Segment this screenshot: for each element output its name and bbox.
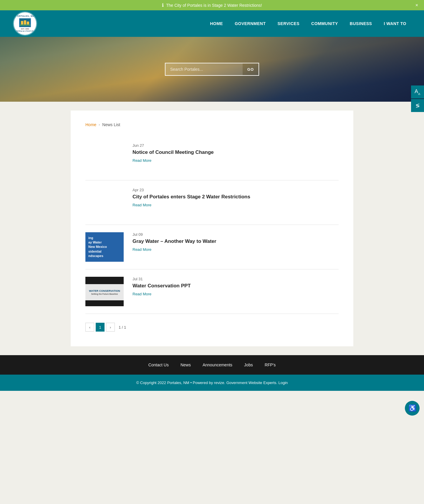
svg-rect-4 (20, 24, 30, 26)
news-title-1: Notice of Council Meeting Change (132, 149, 339, 155)
watercons-mid: WATER CONSERVATION Setting the Future Ba… (85, 284, 124, 300)
watercons-bottom (85, 300, 124, 306)
news-read-more-3[interactable]: Read More (132, 247, 151, 252)
footer-link-news[interactable]: News (180, 363, 191, 367)
translate-tool[interactable]: Aあ (411, 85, 424, 98)
news-title-3: Gray Water – Another Way to Water (132, 238, 339, 244)
logo[interactable]: PORTALES, NM EST. 1962 Setting up a Good… (12, 10, 38, 37)
watercons-subtitle: Setting the Future Baseline (91, 293, 118, 295)
hero-banner: GO (0, 37, 424, 102)
news-thumbnail-3: ing ay Water New Mexico sidential ndscap… (85, 232, 124, 262)
news-date-4: Jul 31 (132, 277, 339, 281)
breadcrumb-current: News List (102, 122, 120, 127)
breadcrumb-home[interactable]: Home (85, 122, 96, 127)
news-content-4: Jul 31 Water Conservation PPT Read More (132, 277, 339, 297)
main-nav: HOME GOVERNMENT SERVICES COMMUNITY BUSIN… (204, 10, 412, 37)
footer-link-announcements[interactable]: Announcements (203, 363, 232, 367)
share-icon: ≶ (415, 102, 420, 109)
graywater-image: ing ay Water New Mexico sidential ndscap… (85, 232, 124, 262)
nav-i-want-to[interactable]: I WANT TO (378, 10, 412, 37)
graywater-line1: ing (88, 236, 93, 240)
logo-circle: PORTALES, NM EST. 1962 Setting up a Good… (13, 11, 37, 36)
svg-rect-3 (27, 22, 29, 24)
water-conservation-image: WATER CONSERVATION Setting the Future Ba… (85, 277, 124, 306)
nav-government[interactable]: GOVERNMENT (229, 10, 271, 37)
nav-community[interactable]: COMMUNITY (305, 10, 344, 37)
search-input[interactable] (165, 63, 243, 75)
footer-powered-by: Powered by revize. Government Website Ex… (193, 381, 277, 385)
nav-business[interactable]: BUSINESS (344, 10, 378, 37)
main-content: Home › News List Jun 27 Notice of Counci… (71, 111, 353, 346)
svg-rect-1 (21, 21, 23, 24)
pagination: ‹ 1 › 1 / 1 (85, 323, 339, 332)
alert-close[interactable]: × (415, 3, 418, 8)
footer-nav: Contact Us News Announcements Jobs RFP's (0, 355, 424, 375)
footer-copyright: © Copyright 2022 Portales, NM (136, 381, 189, 385)
news-content-1: Jun 27 Notice of Council Meeting Change … (132, 143, 339, 163)
svg-rect-2 (24, 20, 26, 24)
footer-separator: • (190, 381, 193, 385)
breadcrumb: Home › News List (85, 122, 339, 127)
news-thumbnail-1 (85, 143, 124, 173)
side-tools: Aあ ≶ (411, 85, 424, 113)
pagination-info: 1 / 1 (119, 325, 126, 330)
pagination-next[interactable]: › (106, 323, 115, 332)
footer-login[interactable]: Login (279, 381, 288, 385)
watercons-title: WATER CONSERVATION (89, 289, 120, 292)
graywater-line4: sidential (88, 249, 102, 254)
watercons-top (85, 277, 124, 284)
footer-link-rfps[interactable]: RFP's (265, 363, 276, 367)
share-tool[interactable]: ≶ (411, 99, 424, 112)
footer-link-contact[interactable]: Contact Us (148, 363, 169, 367)
news-item: WATER CONSERVATION Setting the Future Ba… (85, 269, 339, 314)
news-thumbnail-2 (85, 188, 124, 217)
alert-icon: ℹ (162, 2, 164, 8)
alert-message: The City of Portales is in Stage 2 Water… (166, 3, 262, 8)
news-thumbnail-4: WATER CONSERVATION Setting the Future Ba… (85, 277, 124, 306)
news-title-4: Water Conservation PPT (132, 283, 339, 289)
footer-bottom: © Copyright 2022 Portales, NM • Powered … (0, 375, 424, 391)
news-content-2: Apr 23 City of Portales enters Stage 2 W… (132, 188, 339, 207)
news-read-more-2[interactable]: Read More (132, 203, 151, 207)
header: PORTALES, NM EST. 1962 Setting up a Good… (0, 10, 424, 37)
news-date-1: Jun 27 (132, 143, 339, 148)
pagination-prev[interactable]: ‹ (85, 323, 94, 332)
news-title-2: City of Portales enters Stage 2 Water Re… (132, 194, 339, 200)
search-button[interactable]: GO (243, 63, 259, 75)
pagination-page-1[interactable]: 1 (96, 323, 105, 332)
news-read-more-4[interactable]: Read More (132, 292, 151, 296)
news-date-3: Jul 09 (132, 232, 339, 237)
footer-link-jobs[interactable]: Jobs (244, 363, 253, 367)
news-read-more-1[interactable]: Read More (132, 158, 151, 163)
news-content-3: Jul 09 Gray Water – Another Way to Water… (132, 232, 339, 252)
translate-icon: Aあ (415, 88, 420, 95)
logo-text: PORTALES, NM EST. 1962 Setting up a Good… (16, 15, 34, 32)
nav-services[interactable]: SERVICES (271, 10, 305, 37)
alert-bar: ℹ The City of Portales is in Stage 2 Wat… (0, 0, 424, 10)
graywater-line2: ay Water (88, 240, 102, 245)
news-item: Apr 23 City of Portales enters Stage 2 W… (85, 180, 339, 225)
search-bar: GO (165, 63, 259, 76)
nav-home[interactable]: HOME (204, 10, 229, 37)
breadcrumb-separator: › (99, 123, 100, 127)
news-item: ing ay Water New Mexico sidential ndscap… (85, 225, 339, 269)
news-item: Jun 27 Notice of Council Meeting Change … (85, 136, 339, 180)
news-date-2: Apr 23 (132, 188, 339, 192)
graywater-line3: New Mexico (88, 245, 107, 249)
graywater-line5: ndscapes (88, 254, 103, 258)
